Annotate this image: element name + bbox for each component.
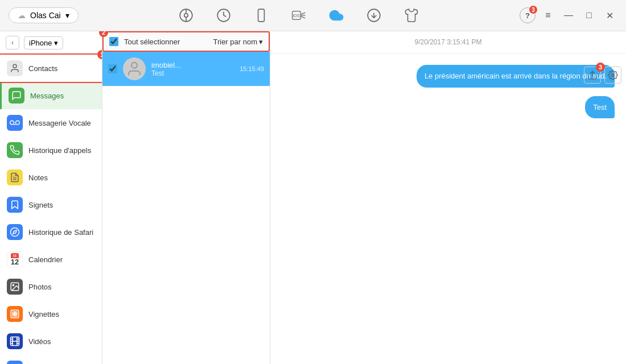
svg-marker-22 [13, 230, 17, 234]
chat-message-text-1: Le président américain est arrivé dans l… [425, 72, 607, 80]
select-all-checkbox[interactable] [109, 37, 118, 46]
calendar-icon: M 12 [7, 251, 23, 267]
sidebar-item-photos[interactable]: Photos [0, 273, 102, 300]
svg-point-16 [16, 121, 20, 125]
message-item[interactable]: imobiel... Test 15:15:49 [102, 52, 270, 86]
sort-label: Trier par nom [213, 38, 257, 46]
sidebar-item-label-photos: Photos [28, 283, 51, 291]
contacts-icon [7, 60, 23, 76]
sidebar-item-vignettes[interactable]: Vignettes [0, 300, 102, 328]
svg-rect-5 [258, 9, 265, 22]
back-button[interactable]: ‹ [6, 36, 19, 49]
sidebar-item-browser[interactable]: Navigateur [0, 355, 102, 364]
device-selector[interactable]: iPhone ▾ [24, 36, 63, 49]
help-button[interactable]: ? [520, 7, 536, 23]
sidebar-item-label-notes: Notes [28, 173, 48, 182]
chat-panel: 9/20/2017 3:15:41 PM 3 Le [270, 31, 626, 364]
voicemail-icon [7, 115, 23, 131]
messages-icon [9, 88, 24, 104]
message-time: 15:15:49 [240, 65, 264, 72]
annotation-3: 3 [596, 63, 605, 72]
cloud-icon: ☁ [18, 11, 26, 20]
message-info: imobiel... Test [151, 61, 234, 77]
sort-button[interactable]: Trier par nom ▾ [213, 38, 263, 46]
nav-icons-bar: iOS [90, 5, 508, 26]
photos-icon [7, 279, 23, 295]
browser-icon [7, 361, 23, 364]
device-dropdown-icon: ▾ [54, 39, 58, 47]
message-list-header: 2 Tout sélectionner Trier par nom ▾ [102, 31, 270, 52]
calls-icon [7, 142, 23, 158]
window-actions: ? ≡ — □ ✕ [520, 7, 617, 23]
svg-rect-28 [13, 315, 14, 316]
sidebar-item-calls[interactable]: Historique d'appels [0, 136, 102, 164]
svg-point-42 [612, 74, 615, 77]
title-bar: ☁ Olas Cai ▾ [0, 0, 626, 31]
sort-arrow-icon: ▾ [259, 38, 263, 46]
nav-cloud-icon[interactable] [326, 5, 347, 26]
device-name: iPhone [29, 39, 52, 47]
profile-name: Olas Cai [30, 11, 61, 20]
message-list-panel: 2 Tout sélectionner Trier par nom ▾ imob… [102, 31, 270, 364]
sidebar-item-label-bookmarks: Signets [28, 201, 53, 209]
profile-button[interactable]: ☁ Olas Cai ▾ [9, 7, 79, 23]
svg-line-10 [301, 16, 306, 18]
message-avatar [123, 57, 146, 80]
nav-backup-icon[interactable] [213, 5, 234, 26]
nav-ios-icon[interactable]: iOS [289, 5, 309, 26]
svg-point-1 [184, 14, 188, 18]
maximize-button[interactable]: □ [581, 7, 597, 23]
sidebar: ‹ iPhone ▾ 1 Contacts M [0, 31, 102, 364]
menu-button[interactable]: ≡ [540, 7, 556, 23]
settings-button[interactable] [604, 67, 621, 84]
sidebar-item-label-safari: Historique de Safari [28, 228, 93, 237]
sidebar-item-label-calls: Historique d'appels [28, 146, 91, 155]
message-preview-text: Test [151, 69, 234, 77]
sidebar-item-label-contacts: Contacts [28, 64, 57, 73]
sidebar-item-messages[interactable]: Messages [0, 82, 102, 109]
export-button[interactable]: 3 [584, 67, 601, 84]
sidebar-header: ‹ iPhone ▾ [0, 31, 102, 55]
svg-rect-26 [13, 312, 14, 313]
svg-point-21 [11, 228, 19, 237]
close-button[interactable]: ✕ [602, 7, 617, 23]
nav-music-icon[interactable] [176, 5, 196, 26]
chat-message-text-2: Test [593, 103, 607, 111]
svg-point-24 [13, 284, 14, 286]
sidebar-item-label-voicemail: Messagerie Vocale [28, 119, 91, 127]
message-checkbox[interactable] [108, 64, 117, 73]
svg-line-9 [301, 13, 306, 14]
sidebar-item-bookmarks[interactable]: Signets [0, 191, 102, 218]
main-content: ‹ iPhone ▾ 1 Contacts M [0, 31, 626, 364]
safari-icon [7, 224, 23, 240]
message-sender-name: imobiel... [151, 61, 234, 69]
svg-point-14 [13, 64, 17, 68]
bookmarks-icon [7, 197, 23, 213]
sidebar-item-voicemail[interactable]: Messagerie Vocale [0, 109, 102, 136]
select-all-label: Tout sélectionner [124, 38, 207, 46]
annotation-2: 2 [99, 31, 108, 37]
sidebar-item-notes[interactable]: Notes [0, 164, 102, 191]
svg-point-15 [10, 121, 14, 125]
chat-messages: Le président américain est arrivé dans l… [270, 53, 626, 364]
sidebar-item-safari[interactable]: Historique de Safari [0, 218, 102, 246]
dropdown-arrow-icon: ▾ [65, 11, 69, 20]
sidebar-item-contacts[interactable]: 1 Contacts [0, 55, 102, 82]
sidebar-item-label-vignettes: Vignettes [28, 310, 59, 318]
minimize-button[interactable]: — [561, 7, 576, 23]
chat-date: 9/20/2017 3:15:41 PM [282, 38, 615, 46]
svg-point-40 [131, 63, 137, 68]
svg-rect-27 [15, 312, 17, 313]
sidebar-item-videos[interactable]: Vidéos [0, 328, 102, 355]
nav-tshirt-icon[interactable] [401, 5, 422, 26]
nav-download-icon[interactable] [364, 5, 384, 26]
notes-icon [7, 169, 23, 185]
nav-device-icon[interactable] [251, 5, 271, 26]
annotation-1: 1 [97, 50, 102, 59]
sidebar-item-label-calendar: Calendrier [28, 255, 63, 264]
videos-icon [7, 333, 23, 349]
vignettes-icon [7, 306, 23, 322]
sidebar-item-label-videos: Vidéos [28, 337, 51, 346]
sidebar-item-calendar[interactable]: M 12 Calendrier [0, 246, 102, 273]
svg-rect-29 [15, 315, 17, 316]
